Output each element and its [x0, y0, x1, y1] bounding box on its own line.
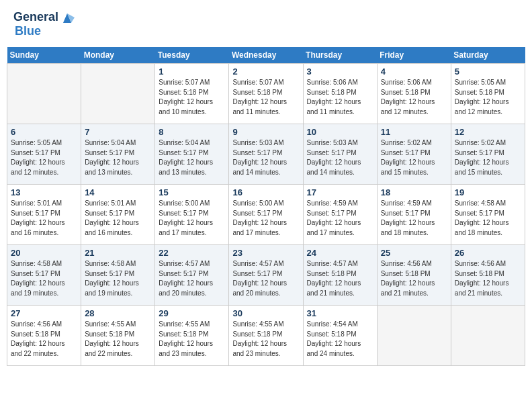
calendar-cell: 15 Sunrise: 5:00 AM Sunset: 5:17 PM Dayl… — [155, 185, 229, 245]
calendar-cell: 29 Sunrise: 4:55 AM Sunset: 5:18 PM Dayl… — [155, 306, 229, 366]
day-info: Sunrise: 5:03 AM Sunset: 5:17 PM Dayligh… — [232, 138, 299, 177]
day-info: Sunrise: 5:02 AM Sunset: 5:17 PM Dayligh… — [381, 138, 447, 177]
calendar-cell: 21 Sunrise: 4:58 AM Sunset: 5:17 PM Dayl… — [81, 245, 155, 306]
day-info: Sunrise: 4:58 AM Sunset: 5:17 PM Dayligh… — [455, 199, 521, 238]
day-number: 23 — [232, 248, 299, 258]
day-number: 4 — [381, 66, 447, 77]
calendar-cell: 10 Sunrise: 5:03 AM Sunset: 5:17 PM Dayl… — [303, 124, 377, 185]
day-number: 19 — [455, 187, 521, 197]
calendar-cell: 8 Sunrise: 5:04 AM Sunset: 5:17 PM Dayli… — [155, 124, 229, 185]
calendar-cell: 20 Sunrise: 4:58 AM Sunset: 5:17 PM Dayl… — [7, 245, 81, 306]
day-number: 16 — [232, 187, 299, 197]
calendar-cell: 5 Sunrise: 5:05 AM Sunset: 5:18 PM Dayli… — [451, 64, 525, 124]
calendar-cell: 28 Sunrise: 4:55 AM Sunset: 5:18 PM Dayl… — [81, 306, 155, 366]
day-info: Sunrise: 5:07 AM Sunset: 5:18 PM Dayligh… — [159, 78, 225, 117]
day-info: Sunrise: 4:54 AM Sunset: 5:18 PM Dayligh… — [307, 320, 373, 359]
logo-blue-text: Blue — [15, 24, 41, 38]
day-info: Sunrise: 5:00 AM Sunset: 5:17 PM Dayligh… — [159, 199, 225, 238]
calendar-cell: 26 Sunrise: 4:56 AM Sunset: 5:18 PM Dayl… — [451, 245, 525, 306]
day-number: 1 — [159, 66, 225, 77]
day-number: 25 — [381, 248, 447, 258]
calendar-cell: 14 Sunrise: 5:01 AM Sunset: 5:17 PM Dayl… — [81, 185, 155, 245]
day-number: 26 — [455, 248, 521, 258]
calendar-cell: 13 Sunrise: 5:01 AM Sunset: 5:17 PM Dayl… — [7, 185, 81, 245]
week-row-2: 6 Sunrise: 5:05 AM Sunset: 5:17 PM Dayli… — [7, 124, 525, 185]
day-info: Sunrise: 4:56 AM Sunset: 5:18 PM Dayligh… — [381, 259, 447, 298]
calendar-cell: 16 Sunrise: 5:00 AM Sunset: 5:17 PM Dayl… — [229, 185, 303, 245]
calendar-cell: 7 Sunrise: 5:04 AM Sunset: 5:17 PM Dayli… — [81, 124, 155, 185]
day-header-tuesday: Tuesday — [155, 47, 229, 64]
calendar-cell — [451, 306, 525, 366]
day-number: 24 — [307, 248, 373, 258]
calendar-cell: 11 Sunrise: 5:02 AM Sunset: 5:17 PM Dayl… — [377, 124, 451, 185]
calendar-cell: 9 Sunrise: 5:03 AM Sunset: 5:17 PM Dayli… — [229, 124, 303, 185]
day-header-wednesday: Wednesday — [229, 47, 303, 64]
day-info: Sunrise: 4:58 AM Sunset: 5:17 PM Dayligh… — [11, 259, 77, 298]
day-info: Sunrise: 4:59 AM Sunset: 5:17 PM Dayligh… — [307, 199, 373, 238]
calendar-cell: 23 Sunrise: 4:57 AM Sunset: 5:17 PM Dayl… — [229, 245, 303, 306]
calendar-cell: 25 Sunrise: 4:56 AM Sunset: 5:18 PM Dayl… — [377, 245, 451, 306]
day-number: 6 — [11, 127, 77, 137]
day-number: 18 — [381, 187, 447, 197]
day-header-thursday: Thursday — [303, 47, 377, 64]
day-number: 13 — [11, 187, 77, 197]
day-header-sunday: Sunday — [7, 47, 81, 64]
day-number: 9 — [232, 127, 299, 137]
week-row-1: 1 Sunrise: 5:07 AM Sunset: 5:18 PM Dayli… — [7, 64, 525, 124]
calendar-cell: 6 Sunrise: 5:05 AM Sunset: 5:17 PM Dayli… — [7, 124, 81, 185]
day-info: Sunrise: 4:55 AM Sunset: 5:18 PM Dayligh… — [159, 320, 225, 359]
day-info: Sunrise: 5:06 AM Sunset: 5:18 PM Dayligh… — [307, 78, 373, 117]
day-info: Sunrise: 4:56 AM Sunset: 5:18 PM Dayligh… — [455, 259, 521, 298]
day-header-monday: Monday — [81, 47, 155, 64]
day-info: Sunrise: 5:05 AM Sunset: 5:17 PM Dayligh… — [11, 138, 77, 177]
day-info: Sunrise: 5:07 AM Sunset: 5:18 PM Dayligh… — [232, 78, 299, 117]
logo-icon — [60, 11, 75, 24]
week-row-5: 27 Sunrise: 4:56 AM Sunset: 5:18 PM Dayl… — [7, 306, 525, 366]
header-row: SundayMondayTuesdayWednesdayThursdayFrid… — [7, 47, 525, 64]
day-info: Sunrise: 4:55 AM Sunset: 5:18 PM Dayligh… — [232, 320, 299, 359]
day-number: 12 — [455, 127, 521, 137]
day-info: Sunrise: 4:58 AM Sunset: 5:17 PM Dayligh… — [85, 259, 151, 298]
calendar-cell: 24 Sunrise: 4:57 AM Sunset: 5:18 PM Dayl… — [303, 245, 377, 306]
day-number: 17 — [307, 187, 373, 197]
calendar-cell: 1 Sunrise: 5:07 AM Sunset: 5:18 PM Dayli… — [155, 64, 229, 124]
calendar-cell: 18 Sunrise: 4:59 AM Sunset: 5:17 PM Dayl… — [377, 185, 451, 245]
calendar-cell: 2 Sunrise: 5:07 AM Sunset: 5:18 PM Dayli… — [229, 64, 303, 124]
day-info: Sunrise: 4:57 AM Sunset: 5:17 PM Dayligh… — [232, 259, 299, 298]
day-number: 7 — [85, 127, 151, 137]
calendar-cell: 31 Sunrise: 4:54 AM Sunset: 5:18 PM Dayl… — [303, 306, 377, 366]
day-info: Sunrise: 5:06 AM Sunset: 5:18 PM Dayligh… — [381, 78, 447, 117]
page-header: General Blue — [7, 7, 525, 42]
logo-general-text: General — [13, 10, 58, 24]
day-number: 10 — [307, 127, 373, 137]
day-info: Sunrise: 4:55 AM Sunset: 5:18 PM Dayligh… — [85, 320, 151, 359]
day-number: 31 — [307, 308, 373, 318]
day-number: 29 — [159, 308, 225, 318]
day-info: Sunrise: 5:01 AM Sunset: 5:17 PM Dayligh… — [11, 199, 77, 238]
calendar-table: SundayMondayTuesdayWednesdayThursdayFrid… — [7, 47, 525, 366]
day-number: 22 — [159, 248, 225, 258]
day-info: Sunrise: 4:57 AM Sunset: 5:17 PM Dayligh… — [159, 259, 225, 298]
day-info: Sunrise: 4:57 AM Sunset: 5:18 PM Dayligh… — [307, 259, 373, 298]
day-number: 8 — [159, 127, 225, 137]
calendar-cell: 4 Sunrise: 5:06 AM Sunset: 5:18 PM Dayli… — [377, 64, 451, 124]
day-info: Sunrise: 5:02 AM Sunset: 5:17 PM Dayligh… — [455, 138, 521, 177]
day-info: Sunrise: 5:00 AM Sunset: 5:17 PM Dayligh… — [232, 199, 299, 238]
calendar-cell: 19 Sunrise: 4:58 AM Sunset: 5:17 PM Dayl… — [451, 185, 525, 245]
calendar-cell: 3 Sunrise: 5:06 AM Sunset: 5:18 PM Dayli… — [303, 64, 377, 124]
day-number: 2 — [232, 66, 299, 77]
calendar-cell: 22 Sunrise: 4:57 AM Sunset: 5:17 PM Dayl… — [155, 245, 229, 306]
day-info: Sunrise: 5:04 AM Sunset: 5:17 PM Dayligh… — [159, 138, 225, 177]
logo: General Blue — [13, 10, 75, 38]
day-info: Sunrise: 5:01 AM Sunset: 5:17 PM Dayligh… — [85, 199, 151, 238]
day-number: 3 — [307, 66, 373, 77]
calendar-cell: 12 Sunrise: 5:02 AM Sunset: 5:17 PM Dayl… — [451, 124, 525, 185]
day-number: 28 — [85, 308, 151, 318]
calendar-cell: 27 Sunrise: 4:56 AM Sunset: 5:18 PM Dayl… — [7, 306, 81, 366]
day-number: 21 — [85, 248, 151, 258]
day-number: 20 — [11, 248, 77, 258]
day-header-friday: Friday — [377, 47, 451, 64]
calendar-cell — [7, 64, 81, 124]
calendar-cell: 17 Sunrise: 4:59 AM Sunset: 5:17 PM Dayl… — [303, 185, 377, 245]
day-info: Sunrise: 4:59 AM Sunset: 5:17 PM Dayligh… — [381, 199, 447, 238]
